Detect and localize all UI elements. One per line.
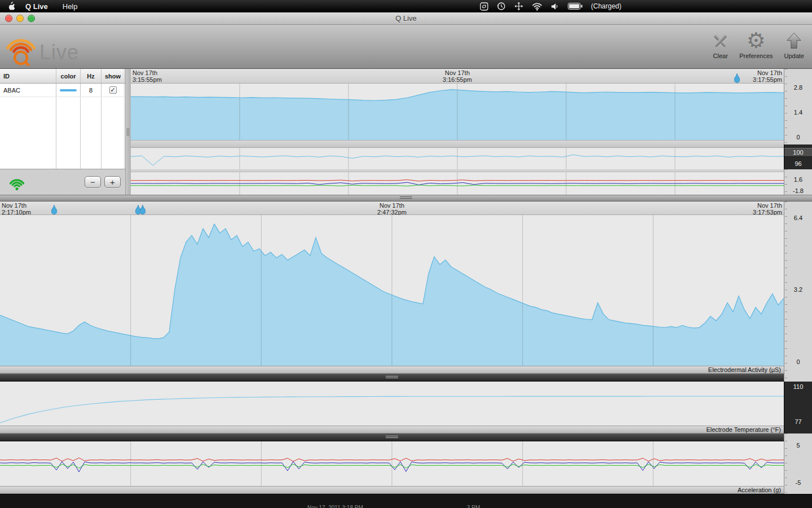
header-hz[interactable]: Hz: [81, 69, 102, 83]
event-marker-icon[interactable]: [51, 205, 57, 214]
table-empty-area: [0, 97, 125, 169]
eda-label: Electrodermal Activity (μS): [708, 366, 781, 373]
main-section: Nov 17th2:17:10pm Nov 17th2:47:32pm Nov …: [0, 202, 812, 494]
main-ts-center: Nov 17th2:47:32pm: [377, 202, 407, 216]
temp-accel-splitter[interactable]: [0, 433, 784, 441]
device-panel: ID color Hz show ABAC 8 ✓: [0, 69, 125, 195]
overview-separator[interactable]: [131, 140, 784, 148]
preferences-button[interactable]: ⚙ Preferences: [739, 30, 773, 59]
header-show[interactable]: show: [102, 69, 125, 83]
header-color[interactable]: color: [56, 69, 81, 83]
overview-eda-chart[interactable]: [131, 84, 784, 140]
device-id: ABAC: [0, 84, 56, 97]
q-logo-icon: [5, 31, 37, 66]
device-panel-footer: − +: [0, 169, 125, 195]
splitter-grip-icon: [400, 196, 412, 200]
device-hz: 8: [81, 84, 102, 97]
menu-bar: Q Live Help (Charged): [0, 0, 812, 12]
update-button[interactable]: Update: [784, 30, 804, 59]
splitter-grip-icon: [386, 436, 398, 439]
spaces-icon[interactable]: [514, 2, 523, 11]
zoom-button[interactable]: [28, 15, 35, 22]
clear-button[interactable]: Clear: [713, 30, 728, 59]
eda-axis: 6.43.20: [784, 202, 812, 382]
time-machine-icon[interactable]: [497, 2, 506, 11]
temperature-axis: 11077: [784, 382, 812, 433]
volume-icon[interactable]: [551, 3, 559, 10]
acceleration-chart[interactable]: [0, 441, 784, 486]
event-marker-icon[interactable]: [734, 73, 740, 83]
up-arrow-icon: [786, 32, 802, 50]
axis-tick-label: 3.2: [784, 286, 812, 294]
axis-tick-label: 77: [784, 418, 812, 426]
gear-icon: ⚙: [747, 30, 766, 51]
axis-tick-label: 0: [784, 133, 812, 141]
app-logo: Live: [0, 25, 79, 68]
accel-label: Acceleration (g): [738, 487, 781, 493]
panel-splitter[interactable]: [125, 69, 131, 195]
main-time-header: Nov 17th2:17:10pm Nov 17th2:47:32pm Nov …: [0, 202, 784, 215]
main-ts-right: Nov 17th3:17:53pm: [753, 202, 782, 216]
overview-temperature-chart[interactable]: [131, 148, 784, 169]
clear-x-icon: [713, 33, 728, 49]
table-header: ID color Hz show: [0, 69, 125, 84]
battery-status[interactable]: (Charged): [591, 2, 621, 10]
battery-icon[interactable]: [568, 3, 582, 10]
toolbar: Live Clear ⚙ Preferences Update: [0, 25, 812, 69]
top-section: ID color Hz show ABAC 8 ✓: [0, 69, 812, 195]
overview-temperature-axis: 10096: [784, 144, 812, 169]
add-device-button[interactable]: +: [104, 176, 121, 188]
show-checkbox[interactable]: ✓: [109, 86, 117, 94]
bottom-timeline-bar: Nov 17, 2011 3:18 PM 3 PM: [0, 494, 812, 508]
apple-menu-icon[interactable]: [8, 2, 15, 11]
temp-label-bar: Electrode Temperature (°F): [0, 426, 784, 433]
overview-acceleration-axis: 1.6-1.8: [784, 169, 812, 195]
header-id[interactable]: ID: [0, 69, 56, 83]
temperature-chart[interactable]: [0, 382, 784, 426]
menu-app[interactable]: Q Live: [25, 2, 48, 11]
minimize-button[interactable]: [16, 15, 24, 22]
overview-ts-left: Nov 17th3:15:55pm: [133, 69, 162, 83]
overview-axis-column: 2.81.40 10096 1.6-1.8: [784, 69, 812, 195]
main-axis-column: 6.43.20 11077 5-5: [784, 202, 812, 494]
axis-tick-label: 96: [784, 160, 812, 168]
axis-tick-label: -1.8: [784, 187, 812, 195]
splitter-grip-icon: [386, 376, 398, 379]
splitter-grip-icon: [127, 128, 130, 136]
overview-time-header: Nov 17th3:15:55pm Nov 17th3:16:55pm Nov …: [131, 69, 784, 84]
axis-tick-label: 6.4: [784, 214, 812, 222]
timeline-label: 3 PM: [467, 505, 480, 508]
device-table: ID color Hz show ABAC 8 ✓: [0, 69, 125, 169]
wifi-icon[interactable]: [532, 2, 542, 11]
overview-eda-axis: 2.81.40: [784, 69, 812, 144]
axis-tick-label: 100: [784, 148, 812, 157]
overview-acceleration-chart[interactable]: [131, 172, 784, 195]
color-swatch[interactable]: [60, 89, 77, 91]
main-ts-left: Nov 17th2:17:10pm: [2, 202, 31, 216]
acceleration-axis: 5-5: [784, 433, 812, 494]
top-main-splitter[interactable]: [0, 195, 812, 202]
axis-tick-label: 1.4: [784, 108, 812, 116]
axis-tick-label: -5: [784, 479, 812, 487]
overview-region: Nov 17th3:15:55pm Nov 17th3:16:55pm Nov …: [131, 69, 784, 195]
window-title: Q Live: [395, 14, 417, 23]
window-titlebar[interactable]: Q Live: [0, 12, 812, 25]
overview-ts-center: Nov 17th3:16:55pm: [443, 69, 472, 83]
axis-tick-label: 5: [784, 441, 812, 449]
axis-tick-label: 0: [784, 358, 812, 366]
eda-label-bar: Electrodermal Activity (μS): [0, 366, 784, 374]
axis-tick-label: 110: [784, 383, 812, 391]
axis-tick-label: 1.6: [784, 176, 812, 183]
close-button[interactable]: [5, 15, 12, 22]
remove-device-button[interactable]: −: [85, 176, 101, 188]
temp-label: Electrode Temperature (°F): [706, 426, 781, 433]
sync-icon[interactable]: [480, 2, 488, 11]
menu-help[interactable]: Help: [63, 2, 78, 11]
eda-chart[interactable]: [0, 215, 784, 366]
axis-tick-label: 2.8: [784, 84, 812, 91]
event-marker-icon[interactable]: [140, 205, 145, 214]
accel-label-bar: Acceleration (g): [0, 486, 784, 494]
table-row[interactable]: ABAC 8 ✓: [0, 84, 125, 97]
eda-temp-splitter[interactable]: [0, 374, 784, 382]
app-logo-text: Live: [39, 42, 79, 63]
